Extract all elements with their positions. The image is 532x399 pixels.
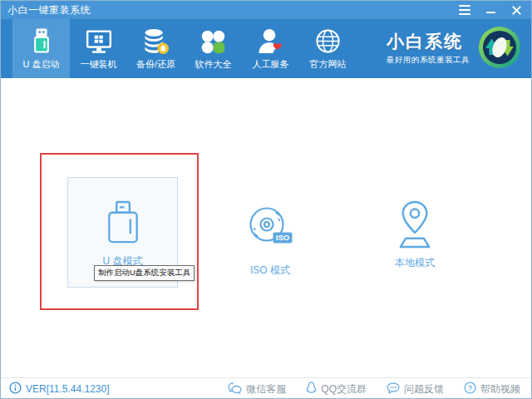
location-pin-icon — [388, 200, 441, 252]
info-circle-icon — [9, 382, 22, 397]
help-circle-icon: ? — [464, 382, 476, 397]
feedback-link[interactable]: 问题反馈 — [387, 382, 444, 397]
usb-mode-tooltip: 制作启动U盘系统安装工具 — [94, 265, 195, 281]
qq-group-link[interactable]: QQ交流群 — [306, 382, 367, 397]
brand-name: 小白系统 — [387, 32, 470, 51]
nav-item-customer-service[interactable]: 人工服务 — [242, 19, 299, 78]
footer-link-label: 帮助视频 — [480, 382, 520, 397]
footer-link-label: 问题反馈 — [404, 382, 444, 397]
nav-item-official-website[interactable]: 官方网站 — [299, 19, 357, 78]
nav-item-usb-boot[interactable]: U 盘启动 — [12, 19, 70, 78]
window-controls — [458, 3, 523, 17]
help-video-link[interactable]: ? 帮助视频 — [464, 382, 520, 397]
mode-iso-label: ISO 模式 — [250, 264, 290, 278]
nav-item-label: 人工服务 — [253, 58, 289, 71]
iso-badge-label: ISO — [276, 233, 289, 242]
titlebar: 小白一键重装系统 — [1, 1, 531, 19]
version-info: VER[11.5.44.1230] — [9, 382, 110, 397]
svg-text:?: ? — [468, 384, 472, 392]
backup-restore-icon — [142, 26, 170, 55]
nav-item-backup-restore[interactable]: 备份/还原 — [127, 19, 185, 78]
brand-text: 小白系统 最好用的系统重装工具 — [387, 32, 470, 65]
nav-item-label: 一键装机 — [81, 58, 117, 71]
nav-item-label: 备份/还原 — [136, 58, 175, 71]
feedback-bubble-icon — [387, 382, 400, 397]
footer-link-label: 微信客服 — [246, 382, 286, 397]
iso-disc-icon: ISO — [244, 203, 296, 256]
nav-item-label: 官方网站 — [310, 58, 347, 71]
close-icon[interactable] — [510, 3, 523, 17]
software-collection-icon — [200, 26, 226, 55]
recycle-arrows-logo-icon — [477, 25, 522, 73]
wechat-icon — [228, 382, 242, 397]
mode-iso[interactable]: ISO ISO 模式 — [243, 203, 298, 278]
app-window: 小白一键重装系统 — [0, 0, 532, 399]
monitor-install-icon — [85, 26, 113, 55]
nav-item-software-collection[interactable]: 软件大全 — [185, 19, 242, 78]
footer-link-label: QQ交流群 — [321, 382, 367, 397]
version-text: VER[11.5.44.1230] — [26, 383, 110, 395]
mode-local-label: 本地模式 — [395, 256, 435, 270]
usb-drive-icon — [30, 26, 53, 55]
nav-item-label: 软件大全 — [195, 58, 232, 71]
navbar: U 盘启动 一键装机 — [1, 19, 531, 78]
nav-item-one-click-install[interactable]: 一键装机 — [70, 19, 127, 78]
wechat-service-link[interactable]: 微信客服 — [228, 382, 286, 397]
usb-flash-outline-icon — [106, 200, 140, 248]
nav-item-label: U 盘启动 — [23, 58, 60, 71]
brand-tagline: 最好用的系统重装工具 — [387, 55, 470, 66]
brand: 小白系统 最好用的系统重装工具 — [387, 19, 522, 78]
window-title: 小白一键重装系统 — [7, 3, 458, 17]
customer-service-icon — [258, 26, 283, 55]
footer-links: 微信客服 QQ交流群 — [228, 382, 520, 397]
mode-local[interactable]: 本地模式 — [387, 200, 442, 270]
qq-icon — [306, 382, 317, 397]
main-content: U 盘模式 制作启动U盘系统安装工具 ISO ISO 模式 — [1, 78, 531, 377]
official-website-globe-icon — [314, 26, 342, 55]
footer: VER[11.5.44.1230] 微信客服 — [1, 377, 531, 399]
minimize-icon[interactable] — [484, 3, 497, 17]
hamburger-menu-icon[interactable] — [458, 3, 471, 17]
